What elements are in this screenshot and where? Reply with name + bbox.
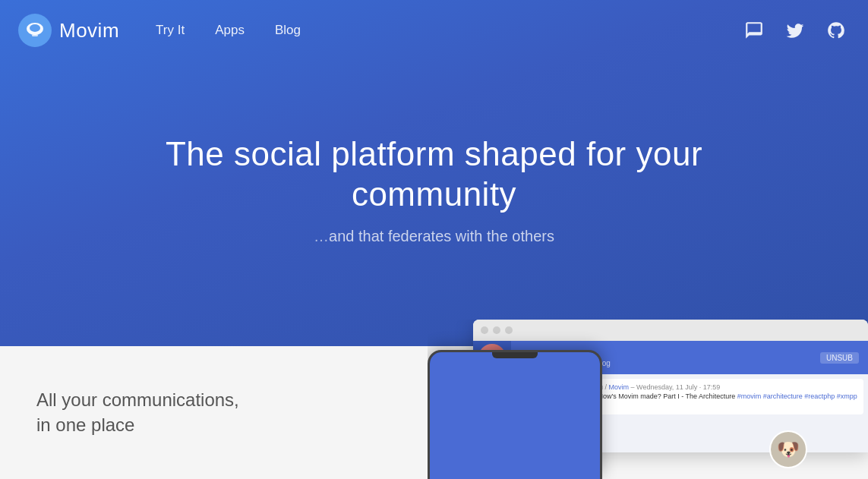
unsub-button[interactable]: UNSUB	[820, 352, 859, 364]
browser-bar	[473, 320, 868, 341]
hero-dots: …	[314, 228, 329, 244]
github-icon[interactable]	[822, 17, 850, 44]
browser-dot-1	[481, 326, 488, 334]
phone-notch	[492, 352, 538, 358]
person-avatar-secondary: 🐶	[769, 430, 807, 468]
lower-line2: in one place	[36, 413, 239, 437]
twitter-icon[interactable]	[781, 17, 809, 44]
logo-icon	[18, 14, 52, 47]
navbar: Movim Try It Apps Blog	[0, 0, 868, 61]
hero-title: The social platform shaped for your comm…	[93, 134, 776, 215]
phone-screen	[430, 352, 600, 479]
svg-point-1	[30, 24, 40, 32]
browser-dot-3	[505, 326, 513, 334]
screenshot-container: 😺 ☰ ⚙ ‹ Movim Blog The official Movim bl…	[428, 320, 868, 479]
brand-name: Movim	[59, 19, 119, 43]
chat-icon[interactable]	[740, 17, 768, 44]
hero-subtitle: …and that federates with the others	[314, 228, 554, 245]
nav-icon-group	[740, 17, 850, 44]
nav-link-apps[interactable]: Apps	[203, 17, 257, 44]
svg-rect-2	[32, 34, 38, 36]
lower-line1: All your communications,	[36, 388, 239, 412]
brand-logo[interactable]: Movim	[18, 14, 119, 47]
lower-text: All your communications, in one place	[36, 388, 239, 437]
phone-frame	[428, 350, 602, 479]
browser-dot-2	[493, 326, 500, 334]
nav-links: Try It Apps Blog	[144, 17, 313, 44]
hero-subtitle-text: and that federates with the others	[329, 228, 554, 244]
nav-link-tryit[interactable]: Try It	[144, 17, 197, 44]
nav-link-blog[interactable]: Blog	[263, 17, 313, 44]
